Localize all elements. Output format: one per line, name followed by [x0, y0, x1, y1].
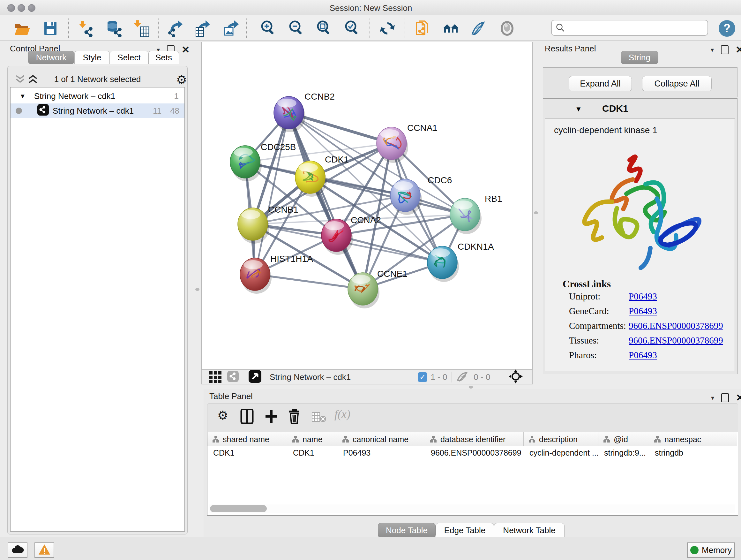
zoom-fit-icon[interactable]	[315, 19, 333, 38]
node-HIST1H1A[interactable]: HIST1H1A	[240, 254, 313, 294]
open-session-icon[interactable]	[13, 19, 31, 38]
warnings-button[interactable]	[35, 543, 54, 558]
tab-edge-table[interactable]: Edge Table	[435, 523, 494, 538]
close-panel-icon[interactable]: ✕	[736, 46, 741, 54]
tab-node-table[interactable]: Node Table	[378, 523, 435, 538]
right-splitter-handle[interactable]	[534, 211, 538, 214]
show-columns-icon[interactable]	[240, 409, 254, 425]
save-session-icon[interactable]	[41, 19, 60, 38]
crosslink-value-link[interactable]: P06493	[629, 350, 657, 361]
table-cell[interactable]: stringdb:9...	[604, 448, 646, 457]
bottom-splitter-handle[interactable]	[469, 386, 473, 388]
table-cell[interactable]: cyclin-dependent ...	[529, 448, 599, 457]
delete-column-icon[interactable]	[288, 408, 300, 426]
float-panel-icon[interactable]	[721, 45, 729, 54]
add-column-icon[interactable]	[264, 409, 278, 425]
table-cell[interactable]: CDK1	[293, 448, 314, 457]
memory-button[interactable]: Memory	[687, 543, 735, 558]
table-cell[interactable]: P06493	[343, 448, 370, 457]
import-table-file-icon[interactable]	[133, 19, 151, 38]
table-panel-title: Table Panel	[209, 391, 253, 401]
import-network-database-icon[interactable]	[105, 19, 123, 38]
node-label: CDC6	[428, 175, 452, 185]
network-view-canvas[interactable]: CCNB2 CCNA1 CDC25B CDK1 CDC6 RB1 CCNB1	[201, 42, 533, 370]
column-header-database-identifier[interactable]: database identifier	[425, 432, 524, 446]
string-network-graph[interactable]: CCNB2 CCNA1 CDC25B CDK1 CDC6 RB1 CCNB1	[202, 42, 532, 369]
tab-string[interactable]: String	[621, 51, 658, 64]
panel-menu-icon[interactable]: ▾	[711, 394, 714, 401]
attribute-type-icon	[429, 435, 437, 443]
selected-counts: 1 - 0	[430, 372, 447, 382]
export-image-icon[interactable]	[223, 19, 241, 38]
column-header-name[interactable]: name	[287, 432, 337, 446]
search-input[interactable]	[565, 23, 708, 33]
zoom-in-icon[interactable]	[259, 19, 278, 38]
crosslink-value-link[interactable]: 9606.ENSP00000378699	[629, 320, 723, 331]
tab-sets[interactable]: Sets	[148, 51, 179, 64]
table-options-gear-icon[interactable]: ⚙	[216, 409, 229, 423]
fit-content-crosshair-icon[interactable]	[509, 369, 523, 385]
zoom-selected-icon[interactable]	[343, 19, 361, 38]
network-view-title: String Network – cdk1	[270, 372, 351, 382]
node-CCNB2[interactable]: CCNB2	[274, 91, 335, 132]
table-cell[interactable]: CDK1	[213, 448, 234, 457]
network-type-icon	[37, 104, 49, 118]
column-header--id[interactable]: @id	[598, 432, 649, 446]
crosslink-value-link[interactable]: 9606.ENSP00000378699	[629, 335, 723, 346]
protein-structure-image	[564, 143, 718, 273]
export-network-file-icon[interactable]	[166, 19, 185, 38]
crosslink-value-link[interactable]: P06493	[629, 306, 657, 316]
horizontal-scrollbar[interactable]	[209, 504, 735, 513]
network-row[interactable]: String Network – cdk1 11 48	[10, 104, 185, 118]
tab-network-table[interactable]: Network Table	[494, 523, 564, 538]
tab-style[interactable]: Style	[74, 51, 110, 64]
network-collection-row[interactable]: ▼ String Network – cdk1 1	[10, 89, 185, 104]
export-table-file-icon[interactable]	[194, 19, 212, 38]
node-RB1[interactable]: RB1	[450, 194, 502, 234]
node-CCNE1[interactable]: CCNE1	[348, 269, 408, 308]
zoom-out-icon[interactable]	[287, 19, 306, 38]
node-CCNA1[interactable]: CCNA1	[377, 123, 437, 163]
string-import-icon[interactable]	[413, 19, 432, 38]
node-CDKN1A[interactable]: CDKN1A	[427, 242, 494, 282]
help-icon[interactable]: ?	[718, 19, 736, 38]
node-table[interactable]: shared name name canonical name database…	[207, 432, 738, 516]
network-options-gear-icon[interactable]: ⚙	[175, 74, 188, 88]
column-header-description[interactable]: description	[524, 432, 598, 446]
share-view-icon[interactable]	[226, 370, 239, 384]
grid-mode-icon[interactable]	[209, 370, 221, 384]
tab-network[interactable]: Network	[28, 51, 74, 64]
collapse-protein-icon[interactable]: ▼	[575, 105, 582, 113]
show-hide-graphics-icon[interactable]	[469, 19, 488, 38]
protein-description: cyclin-dependent kinase 1	[554, 125, 657, 135]
birdseye-view-icon[interactable]	[249, 370, 261, 384]
node-CDK1[interactable]: CDK1	[295, 154, 349, 197]
tab-select[interactable]: Select	[110, 51, 148, 64]
column-header-namespac[interactable]: namespac	[649, 432, 737, 446]
scrollbar-thumb[interactable]	[210, 505, 267, 512]
crosslink-value-link[interactable]: P06493	[629, 291, 657, 302]
left-splitter-handle[interactable]	[195, 288, 199, 291]
float-panel-icon[interactable]	[721, 393, 729, 402]
cytoscape-window: Session: New Session ? Control Panel ▾ ✕…	[0, 0, 741, 560]
network-overview-icon[interactable]	[442, 19, 460, 38]
node-CCNB1[interactable]: CCNB1	[238, 205, 298, 244]
table-cell[interactable]: 9606.ENSP00000378699	[431, 448, 522, 457]
cloud-status-button[interactable]	[8, 543, 27, 558]
panel-menu-icon[interactable]: ▾	[711, 46, 714, 54]
column-header-canonical-name[interactable]: canonical name	[337, 432, 425, 446]
toolbar-separator	[246, 18, 247, 38]
collapse-all-button[interactable]: Collapse All	[642, 76, 712, 91]
column-header-shared-name[interactable]: shared name	[207, 432, 287, 446]
close-panel-icon[interactable]: ✕	[736, 394, 741, 401]
refresh-icon[interactable]	[378, 19, 397, 38]
import-network-file-icon[interactable]	[77, 19, 96, 38]
table-cell[interactable]: stringdb	[655, 448, 683, 457]
close-panel-icon[interactable]: ✕	[182, 46, 190, 54]
level-of-detail-icon[interactable]	[498, 19, 516, 38]
attribute-type-icon	[528, 435, 536, 443]
selected-indicator-checkbox[interactable]: ✓	[418, 372, 427, 382]
search-box[interactable]	[551, 20, 708, 36]
expand-all-button[interactable]: Expand All	[569, 76, 632, 91]
collection-expand-icon[interactable]: ▼	[19, 92, 26, 100]
